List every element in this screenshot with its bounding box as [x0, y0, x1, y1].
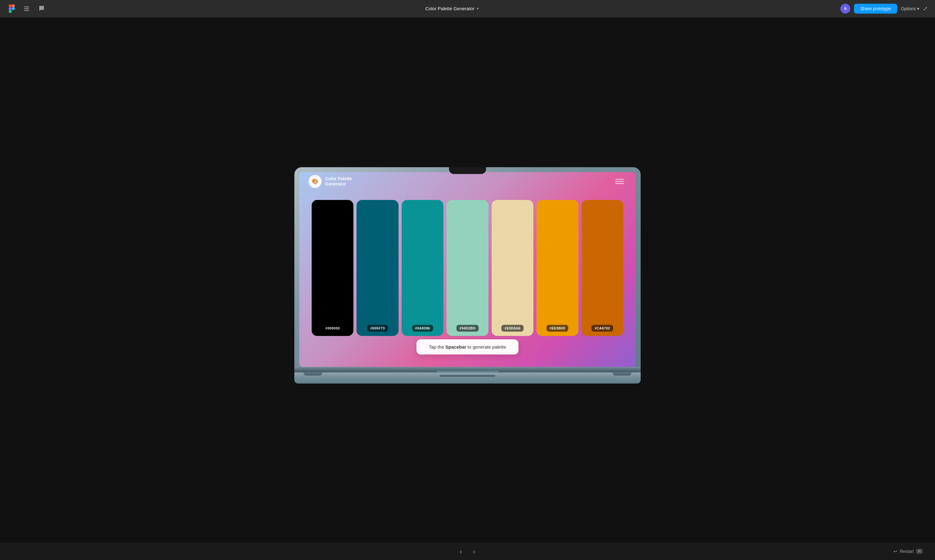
figma-logo[interactable] [8, 4, 16, 13]
hamburger-line-2 [615, 181, 624, 182]
color-swatch-6[interactable]: #CA6702 [582, 200, 623, 336]
share-prototype-button[interactable]: Share prototype [854, 4, 897, 14]
swatch-label-5: #EE9B00 [547, 325, 568, 332]
laptop-screen: 🎨 Color Palette Generator [299, 172, 636, 367]
swatches-container: #000000#005F73#0A9396#94D2BD#E9D8A6#EE9B… [312, 200, 623, 336]
app-logo-area: 🎨 Color Palette Generator [308, 175, 352, 188]
app-title: Color Palette Generator [325, 176, 352, 187]
swatch-label-3: #94D2BD [456, 325, 479, 332]
options-button[interactable]: Options ▾ [901, 6, 919, 11]
laptop-screen-outer: 🎨 Color Palette Generator [294, 167, 641, 367]
color-swatch-2[interactable]: #0A9396 [402, 200, 444, 336]
topbar: Color Palette Generator ▾ A Share protot… [0, 0, 935, 17]
layers-icon[interactable] [22, 4, 31, 13]
app-topbar: 🎨 Color Palette Generator [299, 172, 636, 191]
svg-rect-5 [24, 6, 29, 8]
hamburger-line-3 [615, 183, 624, 184]
title-chevron-icon: ▾ [477, 6, 479, 11]
bottombar: ‹ › ↩ Restart R [0, 543, 935, 560]
title-area[interactable]: Color Palette Generator ▾ [425, 6, 479, 11]
avatar[interactable]: A [840, 4, 850, 14]
swatch-label-0: #000000 [322, 325, 343, 332]
laptop-notch [449, 167, 486, 174]
prev-arrow[interactable]: ‹ [457, 547, 464, 556]
swatch-label-1: #005F73 [367, 325, 388, 332]
color-swatch-5[interactable]: #EE9B00 [536, 200, 578, 336]
svg-rect-0 [9, 4, 12, 8]
topbar-right: A Share prototype Options ▾ ⤢ [810, 4, 927, 14]
laptop-foot-left [303, 372, 322, 375]
expand-button[interactable]: ⤢ [923, 5, 927, 12]
app-menu-button[interactable] [613, 177, 627, 186]
restart-icon: ↩ [893, 549, 897, 554]
svg-rect-7 [24, 10, 29, 11]
laptop-base [294, 372, 641, 383]
topbar-left [8, 4, 94, 13]
chat-icon[interactable] [37, 4, 46, 13]
page-title: Color Palette Generator [425, 6, 474, 11]
color-swatch-1[interactable]: #005F73 [356, 200, 398, 336]
laptop-device: 🎨 Color Palette Generator [294, 167, 641, 383]
restart-button[interactable]: ↩ Restart R [893, 549, 923, 554]
color-swatch-0[interactable]: #000000 [312, 200, 353, 336]
spacebar-hint: Tap the Spacebar to generate palette [416, 339, 519, 354]
app-logo: 🎨 [308, 175, 322, 188]
app-logo-emoji: 🎨 [312, 178, 319, 185]
laptop-hinge [294, 367, 641, 372]
svg-rect-3 [9, 10, 12, 13]
svg-rect-1 [12, 4, 15, 8]
swatch-label-2: #0A9396 [412, 325, 433, 332]
canvas-area: 🎨 Color Palette Generator [0, 17, 935, 543]
color-swatch-3[interactable]: #94D2BD [447, 200, 488, 336]
next-arrow[interactable]: › [471, 547, 478, 556]
swatch-label-4: #E9D8A6 [502, 325, 524, 332]
svg-rect-6 [24, 8, 29, 9]
color-swatch-4[interactable]: #E9D8A6 [491, 200, 533, 336]
nav-arrows: ‹ › [457, 547, 478, 556]
topbar-center: Color Palette Generator ▾ [94, 6, 810, 11]
restart-key: R [916, 549, 923, 554]
hamburger-line-1 [615, 179, 624, 180]
laptop-foot-right [613, 372, 632, 375]
swatch-label-6: #CA6702 [591, 325, 613, 332]
svg-rect-2 [9, 7, 12, 10]
svg-point-4 [12, 7, 15, 10]
laptop-feet [294, 372, 641, 375]
